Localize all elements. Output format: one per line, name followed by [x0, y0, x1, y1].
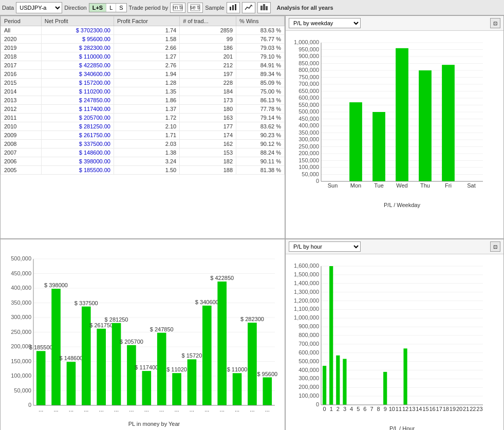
svg-rect-8	[263, 4, 265, 10]
open-time-btn[interactable]: open time	[170, 3, 185, 13]
svg-text:400,000: 400,000	[298, 122, 319, 128]
weekday-chart-select[interactable]: P/L by weekday	[289, 18, 361, 28]
svg-text:850,000: 850,000	[298, 60, 319, 66]
table-row[interactable]: 2016 $ 340600.00 1.94 197 89.34 %	[1, 70, 285, 79]
cell-pct-wins: 90.11 %	[236, 157, 285, 166]
svg-text:4: 4	[350, 406, 353, 412]
cell-trades: 201	[180, 52, 236, 61]
col-profit-factor: Profit Factor	[114, 16, 179, 26]
table-row[interactable]: 2009 $ 261750.00 1.71 174 90.23 %	[1, 131, 285, 140]
svg-text:1,400,000: 1,400,000	[294, 280, 319, 286]
svg-text:800,000: 800,000	[298, 332, 319, 338]
cell-profit-factor: 1.27	[114, 52, 179, 61]
svg-text:PL in money by Year: PL in money by Year	[128, 421, 180, 427]
col-wins: % Wins	[236, 16, 285, 26]
table-row[interactable]: 2010 $ 281250.00 2.10 177 83.62 %	[1, 122, 285, 131]
col-net-profit: Net Profit	[41, 16, 114, 26]
svg-text:450,000: 450,000	[11, 270, 31, 276]
svg-text:2: 2	[337, 406, 340, 412]
svg-text:...: ...	[53, 406, 58, 413]
svg-text:...: ...	[84, 406, 88, 413]
cell-net-profit: $ 340600.00	[41, 70, 114, 79]
svg-rect-121	[188, 359, 197, 405]
cell-period: 2019	[1, 44, 42, 52]
svg-rect-4	[230, 7, 231, 10]
histogram-icon	[260, 4, 268, 11]
cell-period: 2006	[1, 157, 42, 166]
svg-text:150,000: 150,000	[298, 157, 319, 163]
direction-label: Direction	[64, 5, 86, 11]
svg-text:16: 16	[429, 406, 435, 412]
table-row[interactable]: 2008 $ 337500.00 2.03 162 90.12 %	[1, 140, 285, 148]
table-row[interactable]: 2020 $ 95600.00 1.58 99 76.77 %	[1, 35, 285, 44]
cell-profit-factor: 1.86	[114, 96, 179, 105]
dir-ls-btn[interactable]: L+S	[89, 4, 106, 12]
svg-text:500,000: 500,000	[298, 108, 319, 115]
col-trades: # of trad...	[180, 16, 236, 26]
svg-text:$ 398000: $ 398000	[44, 282, 68, 288]
svg-text:350,000: 350,000	[298, 129, 319, 136]
chart-type-bar-btn[interactable]	[227, 2, 240, 13]
data-select[interactable]: USDJPY-a	[16, 2, 62, 13]
svg-text:...: ...	[39, 406, 43, 413]
cell-pct-wins: 77.78 %	[236, 105, 285, 114]
cell-net-profit: $ 281250.00	[41, 122, 114, 131]
cell-profit-factor: 2.76	[114, 61, 179, 70]
dir-s-btn[interactable]: S	[116, 4, 126, 12]
table-row[interactable]: 2014 $ 110200.00 1.35 184 75.00 %	[1, 87, 285, 96]
svg-text:200,000: 200,000	[298, 384, 319, 390]
svg-text:Fri: Fri	[445, 182, 452, 189]
table-row[interactable]: 2018 $ 110000.00 1.27 201 79.10 %	[1, 52, 285, 61]
cell-net-profit: $ 422850.00	[41, 61, 114, 70]
svg-text:1,200,000: 1,200,000	[294, 297, 319, 304]
dir-l-btn[interactable]: L	[106, 4, 116, 12]
cell-period: 2014	[1, 87, 42, 96]
cell-period: 2007	[1, 148, 42, 157]
cell-period: All	[1, 26, 42, 35]
cell-profit-factor: 1.28	[114, 79, 179, 87]
svg-text:...: ...	[190, 406, 194, 413]
svg-rect-91	[36, 351, 46, 405]
svg-rect-190	[383, 372, 387, 405]
chart-type-line-btn[interactable]	[242, 2, 255, 13]
table-row[interactable]: 2011 $ 205700.00 1.72 163 79.14 %	[1, 114, 285, 122]
performance-table: Period Net Profit Profit Factor # of tra…	[1, 16, 285, 175]
data-table-panel: Period Net Profit Profit Factor # of tra…	[0, 15, 285, 239]
table-row[interactable]: All $ 3702300.00 1.74 2859 83.63 %	[1, 26, 285, 35]
close-time-btn[interactable]: close time	[188, 3, 203, 13]
table-row[interactable]: 2007 $ 148600.00 1.38 153 88.24 %	[1, 148, 285, 157]
weekday-chart-panel: P/L by weekday ⊡ 050,000100,000150,00020…	[285, 15, 504, 239]
table-row[interactable]: 2006 $ 398000.00 3.24 182 90.11 %	[1, 157, 285, 166]
svg-text:$ 340600: $ 340600	[195, 299, 219, 305]
cell-pct-wins: 83.63 %	[236, 26, 285, 35]
cell-pct-wins: 88.24 %	[236, 148, 285, 157]
svg-text:Sun: Sun	[328, 182, 338, 189]
svg-text:1,300,000: 1,300,000	[294, 289, 319, 295]
main-content: Period Net Profit Profit Factor # of tra…	[0, 15, 504, 430]
cell-net-profit: $ 247850.00	[41, 96, 114, 105]
svg-text:$ 11000: $ 11000	[227, 366, 248, 372]
table-row[interactable]: 2017 $ 422850.00 2.76 212 84.91 %	[1, 61, 285, 70]
table-row[interactable]: 2019 $ 282300.00 2.66 186 79.03 %	[1, 44, 285, 52]
table-row[interactable]: 2005 $ 185500.00 1.50 188 81.38 %	[1, 166, 285, 175]
svg-text:Tue: Tue	[374, 182, 384, 189]
svg-rect-9	[266, 6, 268, 10]
svg-rect-127	[217, 282, 227, 405]
svg-text:800,000: 800,000	[298, 67, 319, 73]
direction-btn-group: L+S L S	[89, 3, 127, 12]
hour-expand-btn[interactable]: ⊡	[490, 241, 500, 252]
svg-text:1,000,000: 1,000,000	[294, 314, 319, 321]
cell-profit-factor: 1.72	[114, 114, 179, 122]
table-row[interactable]: 2015 $ 157200.00 1.28 228 85.09 %	[1, 79, 285, 87]
weekday-expand-btn[interactable]: ⊡	[490, 18, 500, 28]
chart-type-hist-btn[interactable]	[257, 2, 271, 13]
table-row[interactable]: 2013 $ 247850.00 1.86 173 86.13 %	[1, 96, 285, 105]
svg-text:600,000: 600,000	[298, 95, 319, 101]
svg-text:8: 8	[377, 406, 380, 412]
cell-trades: 180	[180, 105, 236, 114]
cell-profit-factor: 3.24	[114, 157, 179, 166]
hour-chart-select[interactable]: P/L by hour	[289, 241, 361, 252]
table-row[interactable]: 2012 $ 117400.00 1.37 180 77.78 %	[1, 105, 285, 114]
svg-text:100,000: 100,000	[11, 372, 31, 379]
svg-text:0: 0	[28, 402, 31, 408]
